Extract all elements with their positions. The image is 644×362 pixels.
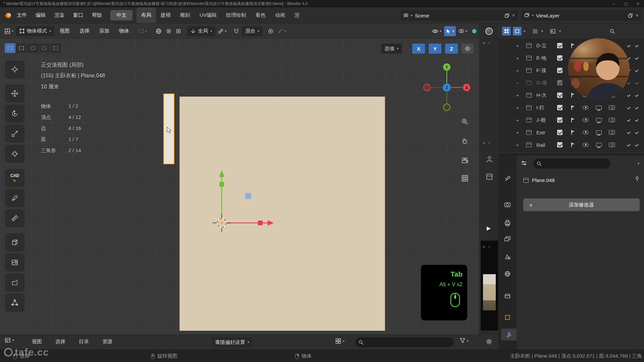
polybuild-tool-button[interactable] — [5, 294, 24, 311]
menu-select[interactable]: 选择 — [75, 28, 94, 34]
expand-arrow-icon[interactable]: ▸ — [517, 80, 519, 85]
viewlayer-selector[interactable]: ▾ ViewLayer ✕ — [522, 10, 641, 21]
disable-render-icon[interactable] — [609, 142, 615, 147]
remove-icon[interactable]: ✕ — [635, 13, 639, 18]
disable-render-icon[interactable] — [609, 130, 615, 134]
expand-arrow-icon[interactable]: ▸ — [517, 43, 519, 48]
tab-collection[interactable] — [501, 290, 514, 302]
tab-uv-editing[interactable]: UV编辑 — [195, 7, 221, 23]
double-chevron-icon[interactable]: « — [483, 140, 485, 145]
axis-x-button[interactable]: X — [412, 44, 425, 54]
hide-viewport-icon[interactable] — [583, 106, 589, 110]
cursor-tool-button[interactable] — [5, 61, 24, 78]
outliner-row[interactable]: ▸H-大 — [498, 89, 644, 101]
visibility-dropdown[interactable]: ▾ — [430, 26, 443, 36]
annotate-tool-button[interactable] — [5, 189, 24, 207]
add-cube-tool-button[interactable] — [5, 234, 24, 251]
zoom-button[interactable] — [460, 117, 470, 127]
menu-help[interactable]: 帮助 — [88, 12, 106, 18]
falloff-dropdown[interactable]: ▾ — [276, 26, 288, 36]
collection-checkbox[interactable] — [557, 93, 562, 98]
menu-file[interactable]: 文件 — [12, 12, 31, 18]
collection-name[interactable]: I-灯 — [536, 104, 544, 111]
snap-target-button[interactable] — [174, 26, 183, 36]
pivot-point-dropdown[interactable]: ▾ — [216, 26, 228, 36]
tab-render[interactable] — [501, 198, 514, 210]
disable-viewport-icon[interactable] — [596, 130, 602, 134]
menu-view[interactable]: 视图 — [28, 339, 46, 345]
flag-icon[interactable] — [571, 130, 575, 135]
collection-checkbox[interactable] — [557, 80, 562, 85]
collection-checkbox[interactable] — [557, 68, 562, 73]
chevron-icon[interactable]: ‹ — [488, 40, 490, 45]
filter-image-button[interactable] — [548, 27, 557, 36]
expand-arrow-icon[interactable]: ▸ — [517, 142, 519, 147]
outliner-row[interactable]: ▸Rail — [498, 138, 644, 151]
filter-object-button[interactable] — [513, 27, 522, 36]
flag-icon[interactable] — [571, 117, 575, 123]
disable-render-icon[interactable] — [609, 118, 615, 122]
tab-sculpting[interactable]: 雕刻 — [175, 7, 195, 23]
shading-sphere-icon[interactable] — [485, 27, 493, 35]
hide-viewport-icon[interactable] — [583, 130, 589, 134]
panel-icon[interactable] — [486, 173, 493, 180]
tab-output[interactable] — [501, 217, 514, 229]
expand-arrow-icon[interactable]: ▸ — [517, 130, 519, 134]
menu-object[interactable]: 物体 — [115, 28, 133, 34]
tab-rendering[interactable]: 渲 — [290, 7, 304, 23]
collection-checkbox[interactable] — [557, 43, 562, 48]
double-chevron-icon[interactable]: « — [483, 40, 485, 45]
tab-tool[interactable] — [501, 173, 514, 185]
menu-edit[interactable]: 编辑 — [31, 12, 50, 18]
disable-render-icon[interactable] — [609, 105, 615, 110]
select-box-tool[interactable] — [5, 43, 15, 53]
properties-search-input[interactable] — [533, 159, 610, 169]
disable-viewport-icon[interactable] — [596, 106, 602, 110]
snap-magnet-button[interactable] — [232, 26, 241, 36]
collection-name[interactable]: E-地 — [536, 55, 546, 61]
blender-logo-icon[interactable] — [3, 11, 12, 20]
grid-toggle-button[interactable] — [460, 173, 470, 183]
outliner-row[interactable]: ▸J-相 — [498, 114, 644, 126]
asset-search-input[interactable] — [355, 337, 454, 347]
settings-gear-button[interactable] — [462, 44, 474, 54]
orientation-dropdown[interactable]: 全局 ▾ — [187, 26, 215, 36]
expand-arrow-icon[interactable]: ▸ — [517, 56, 519, 60]
collection-name[interactable]: G-墙 — [536, 79, 547, 86]
library-dropdown[interactable]: 遵循偏好设置 ▾ — [212, 337, 253, 347]
flag-icon[interactable] — [571, 93, 575, 98]
filter-button[interactable]: ▾ — [460, 338, 469, 343]
minimize-button[interactable]: – — [608, 0, 620, 7]
filter-collection-button[interactable] — [502, 27, 511, 36]
select-mode-extra-tool[interactable] — [50, 43, 61, 53]
axis-y-button[interactable]: Y — [429, 44, 441, 54]
unlink-icon[interactable]: ✕ — [512, 13, 515, 18]
menu-select[interactable]: 选择 — [51, 339, 70, 345]
display-mode-button[interactable] — [531, 27, 539, 36]
transform-gizmo[interactable] — [0, 39, 479, 335]
chevron-down-icon[interactable]: ▾ — [638, 162, 639, 165]
tab-modeling[interactable]: 建模 — [156, 7, 175, 23]
menu-render[interactable]: 渲染 — [50, 12, 69, 18]
disable-viewport-icon[interactable] — [596, 143, 602, 147]
gizmo-neg-y-axis[interactable] — [443, 104, 450, 111]
flag-icon[interactable] — [571, 43, 575, 48]
transform-tool-button[interactable] — [5, 145, 24, 163]
menu-catalog[interactable]: 目录 — [74, 339, 93, 345]
axis-z-button[interactable]: Z — [445, 44, 458, 54]
collection-checkbox[interactable] — [557, 117, 562, 123]
expand-arrow-icon[interactable]: ▸ — [517, 118, 519, 122]
settings-gear-icon[interactable] — [486, 338, 492, 345]
collection-name[interactable]: Rail — [536, 142, 545, 147]
xray-toggle-button[interactable] — [470, 26, 479, 36]
copy-icon[interactable] — [628, 13, 633, 18]
pin-icon[interactable] — [634, 176, 640, 182]
editor-type-button[interactable]: ▾ — [3, 26, 15, 36]
expand-arrow-icon[interactable]: ▸ — [517, 68, 519, 72]
scale-tool-button[interactable] — [5, 125, 24, 142]
tab-world[interactable] — [501, 268, 514, 280]
tab-texture-paint[interactable]: 纹理绘制 — [221, 7, 251, 23]
tab-animation[interactable]: 动画 — [270, 7, 290, 23]
tweak-tool-dropdown[interactable]: ▾ — [137, 26, 148, 36]
collection-checkbox[interactable] — [557, 55, 562, 61]
